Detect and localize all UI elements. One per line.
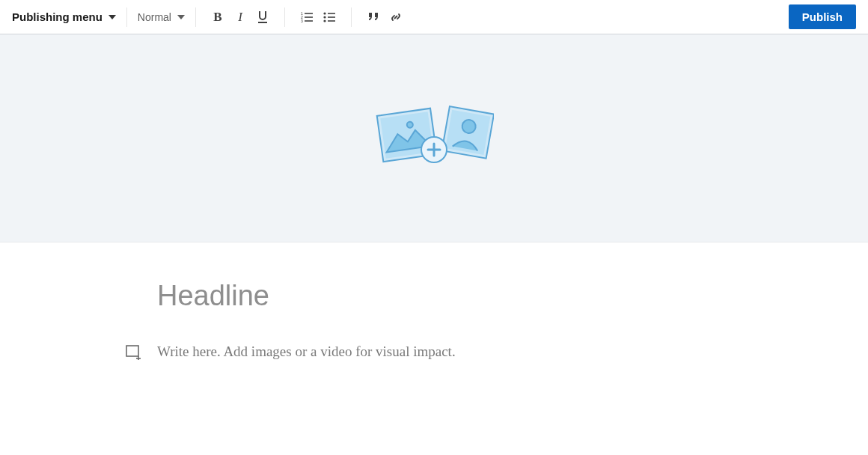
- svg-rect-22: [126, 346, 138, 356]
- italic-icon: I: [238, 10, 242, 25]
- toolbar-separator: [284, 7, 285, 27]
- underline-icon: [257, 10, 269, 24]
- body-input[interactable]: Write here. Add images or a video for vi…: [157, 343, 456, 360]
- underline-button[interactable]: [251, 7, 274, 28]
- bold-icon: B: [213, 10, 221, 25]
- text-style-dropdown[interactable]: Normal: [138, 11, 185, 23]
- publish-button[interactable]: Publish: [789, 4, 856, 29]
- bullet-list-button[interactable]: [318, 7, 340, 28]
- link-button[interactable]: [385, 7, 407, 28]
- headline-input[interactable]: Headline: [157, 280, 711, 312]
- text-style-label: Normal: [138, 11, 171, 23]
- quote-icon: [367, 13, 379, 22]
- editor-toolbar: Publishing menu Normal B I 1: [0, 0, 868, 34]
- publishing-menu-label: Publishing menu: [12, 10, 103, 23]
- caret-down-icon: [177, 15, 185, 19]
- blockquote-button[interactable]: [362, 7, 385, 28]
- bold-button[interactable]: B: [207, 7, 229, 28]
- toolbar-separator: [351, 7, 352, 27]
- svg-point-11: [323, 19, 326, 22]
- svg-point-9: [323, 16, 326, 18]
- caret-down-icon: [109, 15, 116, 19]
- svg-text:3: 3: [301, 19, 303, 22]
- ordered-list-icon: 1 2 3: [301, 12, 313, 22]
- add-media-icon: [126, 349, 142, 362]
- toolbar-separator: [126, 7, 127, 27]
- svg-point-7: [323, 12, 326, 14]
- cover-image-upload[interactable]: [0, 34, 868, 242]
- toolbar-separator: [195, 7, 196, 27]
- ordered-list-button[interactable]: 1 2 3: [296, 7, 318, 28]
- svg-point-18: [406, 121, 413, 128]
- bullet-list-icon: [323, 12, 335, 22]
- italic-button[interactable]: I: [229, 7, 251, 28]
- add-media-button[interactable]: [126, 345, 142, 361]
- add-cover-image-icon: [374, 103, 494, 174]
- link-icon: [390, 11, 402, 23]
- editor-content: Headline Write here. Add images or a vid…: [0, 242, 868, 360]
- publishing-menu-dropdown[interactable]: Publishing menu: [12, 10, 116, 23]
